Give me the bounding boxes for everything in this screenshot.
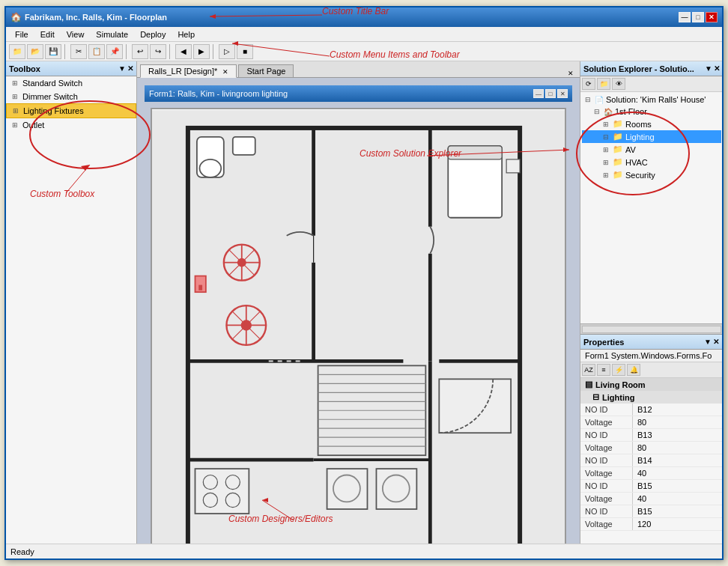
menu-view[interactable]: View — [61, 28, 91, 40]
props-pin-icon[interactable]: ▼ — [704, 338, 712, 346]
toolbar-run[interactable]: ▷ — [219, 44, 235, 59]
tree-lighting[interactable]: ⊟ 📁 Lighting — [582, 130, 721, 143]
expand-icon-security: ⊞ — [603, 171, 610, 179]
menu-simulate[interactable]: Simulate — [90, 28, 134, 40]
solution-scrollbar-h[interactable] — [580, 323, 722, 334]
tab-area-close[interactable]: ✕ — [568, 70, 574, 77]
toolbar-redo[interactable]: ↪ — [150, 44, 166, 59]
form-close-btn[interactable]: ✕ — [557, 89, 568, 98]
toolbar-paste[interactable]: 📌 — [106, 44, 123, 59]
prop-name-0: NO ID — [580, 404, 633, 416]
prop-value-7[interactable]: 40 — [633, 493, 722, 505]
toolbar-sep3 — [169, 44, 172, 59]
svg-point-32 — [237, 258, 246, 267]
toolbar-sep4 — [213, 44, 216, 59]
prop-row-5: Voltage 40 — [580, 467, 722, 480]
tab-start-page[interactable]: Start Page — [238, 64, 294, 77]
prop-value-6[interactable]: B15 — [633, 480, 722, 492]
prop-value-4[interactable]: B14 — [633, 454, 722, 466]
prop-value-9[interactable]: 120 — [633, 518, 722, 530]
props-lightning[interactable]: ⚡ — [612, 364, 625, 376]
toolbox-item-dimmer-switch[interactable]: ⊞ Dimmer Switch — [6, 90, 136, 103]
solution-pin-icon[interactable]: ▼ — [705, 64, 712, 73]
prop-value-8[interactable]: B15 — [633, 505, 722, 517]
toolbar-undo[interactable]: ↩ — [132, 44, 148, 59]
tree-rooms[interactable]: ⊞ 📁 Rooms — [582, 118, 721, 130]
security-folder-icon: 📁 — [613, 170, 623, 180]
props-close-icon[interactable]: ✕ — [713, 338, 719, 346]
form-minimize-btn[interactable]: — — [533, 89, 544, 98]
prop-row-9: Voltage 120 — [580, 518, 722, 531]
form-maximize-btn[interactable]: □ — [545, 89, 556, 98]
props-sort-cat[interactable]: ≡ — [597, 364, 610, 376]
prop-value-2[interactable]: B13 — [633, 429, 722, 441]
maximize-button[interactable]: □ — [692, 12, 704, 22]
expand-icon-outlet: ⊞ — [12, 121, 19, 129]
prop-value-5[interactable]: 40 — [633, 467, 722, 479]
sol-folder-btn[interactable]: 📁 — [597, 78, 610, 90]
prop-value-3[interactable]: 80 — [633, 442, 722, 454]
toolbar-save[interactable]: 💾 — [45, 44, 61, 59]
toolbar-cut[interactable]: ✂ — [70, 44, 87, 59]
tab-design-close[interactable]: ✕ — [222, 68, 228, 76]
close-button[interactable]: ✕ — [706, 12, 718, 22]
toolbox-item-lighting-fixtures[interactable]: ⊞ Lighting Fixtures — [6, 103, 136, 118]
right-panel: Solution Explorer - Solutio... ▼ ✕ ⟳ 📁 👁… — [580, 61, 722, 544]
prop-name-8: NO ID — [580, 505, 633, 517]
content-area: Toolbox ▼ ✕ ⊞ Standard Switch ⊞ Dimmer S… — [6, 61, 722, 544]
solution-root-icon: 📄 — [595, 96, 604, 104]
expand-icon-standard: ⊞ — [12, 79, 19, 87]
toolbar-copy[interactable]: 📋 — [88, 44, 105, 59]
tree-root-label: Solution: 'Kim Ralls' House' — [606, 95, 706, 104]
tab-design[interactable]: Ralls_LR [Design]* ✕ — [140, 64, 237, 78]
toolbar-forward[interactable]: ▶ — [193, 44, 210, 59]
tab-start-label: Start Page — [246, 67, 285, 76]
prop-row-0: NO ID B12 — [580, 404, 722, 416]
toolbox-label-standard-switch: Standard Switch — [22, 79, 82, 88]
toolbar-sep2 — [126, 44, 129, 59]
toolbox-close-icon[interactable]: ✕ — [127, 64, 133, 73]
solution-close-icon[interactable]: ✕ — [714, 64, 720, 73]
menu-deploy[interactable]: Deploy — [134, 28, 172, 40]
prop-name-1: Voltage — [580, 416, 633, 428]
props-events[interactable]: 🔔 — [627, 364, 640, 376]
main-toolbar: 📁 📂 💾 ✂ 📋 📌 ↩ ↪ ◀ ▶ ▷ ■ — [6, 42, 722, 61]
toolbox-pin-icon[interactable]: ▼ — [118, 64, 126, 73]
tree-1st-floor[interactable]: ⊟ 🏠 1st Floor — [582, 106, 721, 118]
menu-edit[interactable]: Edit — [34, 28, 61, 40]
tab-bar: Ralls_LR [Design]* ✕ Start Page ✕ — [137, 61, 580, 78]
toolbox-item-outlet[interactable]: ⊞ Outlet — [6, 118, 136, 132]
prop-value-0[interactable]: B12 — [633, 404, 722, 416]
tree-hvac[interactable]: ⊞ 📁 HVAC — [582, 156, 721, 168]
prop-cat-lighting-label: Lighting — [602, 393, 634, 402]
floorplan-canvas[interactable] — [151, 108, 566, 544]
av-folder-icon: 📁 — [613, 144, 623, 154]
status-text: Ready — [10, 547, 34, 556]
expand-icon-av: ⊞ — [603, 146, 610, 153]
sol-refresh-btn[interactable]: ⟳ — [582, 78, 595, 90]
menu-file[interactable]: File — [9, 28, 34, 40]
toolbox-item-standard-switch[interactable]: ⊞ Standard Switch — [6, 76, 136, 90]
toolbar-open[interactable]: 📂 — [27, 44, 43, 59]
tree-root[interactable]: ⊟ 📄 Solution: 'Kim Ralls' House' — [582, 94, 721, 106]
toolbox-label-outlet: Outlet — [22, 121, 44, 130]
props-sort-alpha[interactable]: AZ — [582, 364, 595, 376]
toolbar-new[interactable]: 📁 — [9, 44, 25, 59]
sol-show-btn[interactable]: 👁 — [612, 78, 625, 90]
toolbox-title: Toolbox — [9, 64, 40, 73]
prop-row-7: Voltage 40 — [580, 493, 722, 505]
prop-value-1[interactable]: 80 — [633, 416, 722, 428]
form-title: Form1: Ralls, Kim - livingroom lighting — [149, 89, 288, 98]
menu-help[interactable]: Help — [172, 28, 201, 40]
svg-rect-25 — [448, 146, 502, 159]
prop-row-1: Voltage 80 — [580, 416, 722, 429]
minimize-button[interactable]: — — [679, 12, 691, 22]
toolbar-back[interactable]: ◀ — [175, 44, 192, 59]
prop-row-8: NO ID B15 — [580, 505, 722, 518]
tree-av[interactable]: ⊞ 📁 AV — [582, 143, 721, 156]
expand-icon-hvac: ⊞ — [603, 159, 610, 166]
tree-security[interactable]: ⊞ 📁 Security — [582, 168, 721, 181]
properties-title: Properties — [583, 338, 624, 347]
solution-explorer-panel: Solution Explorer - Solutio... ▼ ✕ ⟳ 📁 👁… — [580, 61, 722, 334]
toolbar-stop[interactable]: ■ — [237, 44, 253, 59]
